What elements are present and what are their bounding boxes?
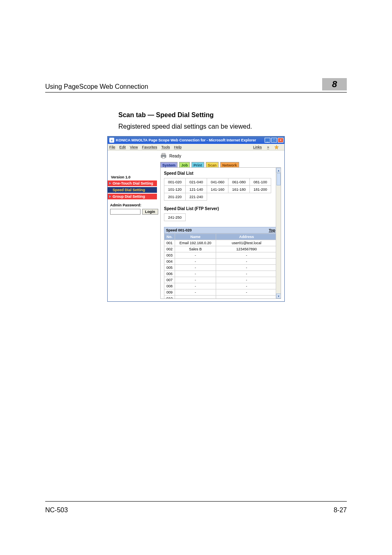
speed-dial-list-heading: Speed Dial List: [164, 171, 277, 176]
range-link[interactable]: 181-200: [250, 186, 271, 193]
range-link[interactable]: 021-040: [186, 178, 207, 186]
maximize-button[interactable]: □: [271, 138, 277, 143]
section-body: Registered speed dial settings can be vi…: [118, 123, 347, 130]
scroll-up-icon[interactable]: ▲: [276, 168, 281, 173]
ie-icon: e: [109, 138, 114, 143]
main-scroll-area: ▲ ▼ Speed Dial List 001-020 021-040 041-…: [160, 167, 281, 299]
col-name: Name: [175, 234, 216, 240]
window-title: KONICA MINOLTA Page Scope Web Connection…: [116, 138, 256, 142]
range-link[interactable]: 001-020: [164, 178, 186, 186]
ftp-range-table: 241-250: [164, 213, 186, 221]
version-label: Version 1.0: [108, 174, 157, 180]
speed-range-label: Speed 001-020: [166, 228, 192, 232]
table-row[interactable]: 001Email 192.168.0.20user01@test.local: [164, 240, 277, 246]
menu-favorites[interactable]: Favorites: [142, 145, 157, 149]
tab-scan[interactable]: Scan: [206, 162, 219, 167]
titlebar: e KONICA MINOLTA Page Scope Web Connecti…: [108, 136, 284, 144]
sidebar: Version 1.0 One-Touch Dial Setting Speed…: [108, 150, 157, 301]
logo-area: [108, 150, 157, 174]
nav-speed-dial[interactable]: Speed Dial Setting: [108, 187, 157, 193]
scroll-thumb[interactable]: [277, 173, 281, 185]
table-row[interactable]: 005--: [164, 265, 277, 271]
menu-tools[interactable]: Tools: [161, 145, 170, 149]
arrow-right-icon: [109, 195, 111, 198]
chapter-number-badge: 8: [322, 78, 347, 90]
nav-list: One-Touch Dial Setting Speed Dial Settin…: [108, 180, 157, 200]
menu-help[interactable]: Help: [174, 145, 182, 149]
table-row[interactable]: 009--: [164, 289, 277, 296]
table-row[interactable]: 008--: [164, 283, 277, 289]
links-chevron-icon[interactable]: »: [267, 145, 269, 149]
admin-password-input[interactable]: [110, 209, 141, 215]
scroll-down-icon[interactable]: ▼: [276, 294, 281, 298]
close-button[interactable]: ×: [278, 138, 284, 143]
tab-network[interactable]: Network: [220, 162, 239, 167]
ftp-list-heading: Speed Dial List (FTP Server): [164, 206, 277, 211]
range-link[interactable]: 201-220: [164, 193, 186, 201]
nav-label: One-Touch Dial Setting: [113, 181, 153, 185]
status-text: Ready: [169, 154, 181, 158]
table-row[interactable]: 003--: [164, 252, 277, 259]
footer-right: 8-27: [334, 506, 347, 514]
section-heading: Scan tab — Speed Dial Setting: [118, 111, 347, 119]
range-link[interactable]: 121-140: [186, 186, 207, 193]
running-header: Using PageScope Web Connection: [45, 83, 322, 90]
scrollbar[interactable]: ▲ ▼: [276, 168, 281, 298]
col-address: Address: [216, 234, 277, 240]
range-table: 001-020 021-040 041-060 061-080 081-100 …: [164, 178, 271, 201]
range-link[interactable]: 061-080: [228, 178, 250, 186]
menu-edit[interactable]: Edit: [120, 145, 126, 149]
menu-file[interactable]: File: [109, 145, 115, 149]
printer-icon: [160, 153, 167, 159]
links-label[interactable]: Links: [253, 145, 262, 149]
svg-marker-0: [274, 145, 279, 149]
table-row[interactable]: 002Sales B1234567890: [164, 246, 277, 252]
tab-row: System Job Print Scan Network: [160, 162, 281, 167]
top-link[interactable]: Top: [269, 228, 275, 232]
range-link[interactable]: 041-060: [207, 178, 228, 186]
col-no: No.: [164, 234, 175, 240]
range-link[interactable]: 101-120: [164, 186, 186, 193]
table-row[interactable]: 004--: [164, 259, 277, 265]
menu-bar: File Edit View Favorites Tools Help Link…: [108, 144, 284, 150]
nav-group-dial[interactable]: Group Dial Setting: [108, 193, 157, 200]
tab-print[interactable]: Print: [191, 162, 204, 167]
admin-login-block: Admin Password: Login: [108, 200, 157, 218]
tab-system[interactable]: System: [160, 162, 178, 167]
footer-left: NC-503: [45, 506, 68, 514]
range-link[interactable]: 241-250: [164, 214, 186, 221]
tab-job[interactable]: Job: [179, 162, 190, 167]
login-button[interactable]: Login: [142, 209, 158, 215]
favorites-star-icon[interactable]: [274, 145, 279, 149]
arrow-right-icon: [109, 182, 111, 185]
nav-one-touch-dial[interactable]: One-Touch Dial Setting: [108, 180, 157, 187]
nav-label: Group Dial Setting: [113, 194, 145, 199]
admin-password-label: Admin Password:: [110, 203, 154, 207]
menu-view[interactable]: View: [130, 145, 138, 149]
speed-dial-table: No. Name Address 001Email 192.168.0.20us…: [164, 234, 277, 299]
svg-rect-3: [162, 157, 165, 158]
minimize-button[interactable]: _: [265, 138, 270, 143]
table-row[interactable]: 007--: [164, 277, 277, 283]
range-link[interactable]: 141-160: [207, 186, 228, 193]
range-link[interactable]: 081-100: [250, 178, 271, 186]
table-row[interactable]: 006--: [164, 271, 277, 277]
svg-rect-2: [162, 153, 165, 155]
table-row[interactable]: 010--: [164, 296, 277, 299]
range-link[interactable]: 161-180: [228, 186, 250, 193]
nav-label: Speed Dial Setting: [113, 188, 145, 192]
browser-window: e KONICA MINOLTA Page Scope Web Connecti…: [107, 136, 285, 302]
speed-table-caption: Speed 001-020 Top: [164, 227, 277, 234]
range-link[interactable]: 221-240: [186, 193, 207, 201]
